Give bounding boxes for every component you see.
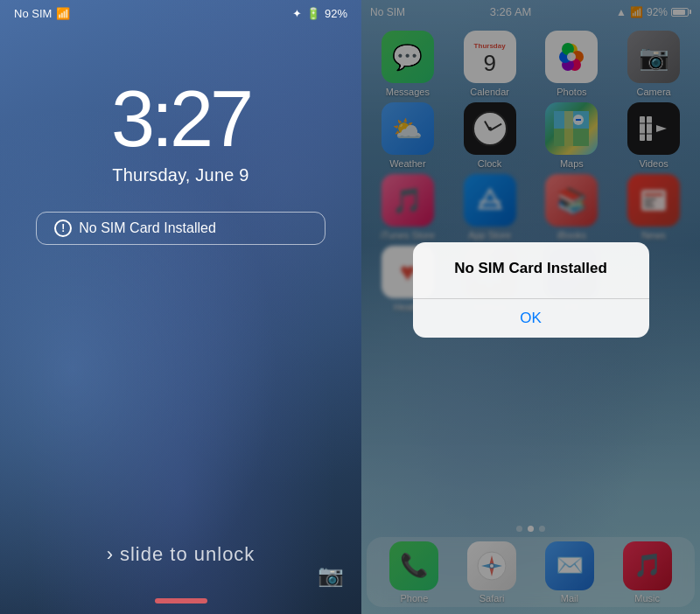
lock-no-sim-label: No SIM Card Installed <box>79 220 216 236</box>
lock-home-indicator <box>155 598 207 604</box>
lock-status-left: No SIM 📶 <box>14 7 70 20</box>
lock-camera-icon[interactable]: 📷 <box>318 563 344 588</box>
alert-overlay: No SIM Card Installed OK <box>361 0 700 614</box>
lock-bluetooth-icon: ✦ <box>292 7 302 20</box>
alert-button-row: OK <box>413 299 649 338</box>
lock-battery-pct: 92% <box>325 7 347 20</box>
alert-dialog: No SIM Card Installed OK <box>413 242 649 338</box>
lock-slide-label: slide to unlock <box>120 543 255 566</box>
lock-screen: No SIM 📶 ✦ 🔋 92% 3:27 Thursday, June 9 !… <box>0 0 361 614</box>
lock-slide-container[interactable]: › slide to unlock <box>0 543 361 566</box>
lock-time: 3:27 <box>111 80 250 158</box>
lock-carrier: No SIM <box>14 7 52 20</box>
home-screen: No SIM 3:26 AM ▲ 📶 92% 💬 Messages Thursd… <box>361 0 700 614</box>
alert-title: No SIM Card Installed <box>427 260 635 277</box>
lock-battery-icon: 🔋 <box>306 7 320 20</box>
lock-no-sim-banner: ! No SIM Card Installed <box>36 212 325 245</box>
lock-status-right: ✦ 🔋 92% <box>292 7 347 20</box>
lock-date: Thursday, June 9 <box>111 165 250 185</box>
alert-ok-button[interactable]: OK <box>413 299 649 338</box>
lock-wifi-icon: 📶 <box>56 7 70 20</box>
slide-arrow-icon: › <box>107 543 113 566</box>
lock-status-bar: No SIM 📶 ✦ 🔋 92% <box>0 0 361 27</box>
no-sim-icon: ! <box>54 220 72 237</box>
alert-content: No SIM Card Installed <box>413 242 649 298</box>
lock-time-container: 3:27 Thursday, June 9 <box>111 80 250 185</box>
